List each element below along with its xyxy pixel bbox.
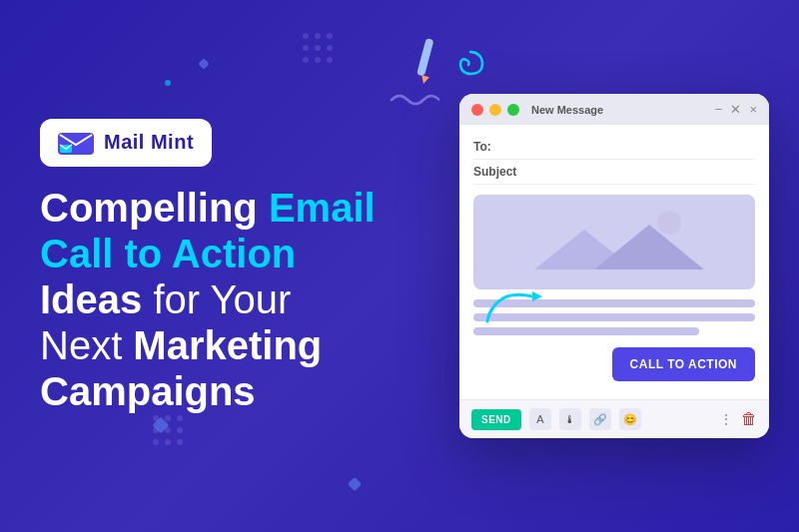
brand-name: Mail Mint (104, 131, 194, 154)
more-options-icon[interactable]: ⋮ (719, 411, 733, 427)
svg-point-11 (177, 415, 183, 421)
svg-point-12 (153, 427, 159, 433)
delete-icon[interactable]: 🗑 (741, 410, 757, 428)
svg-point-10 (165, 415, 171, 421)
minimize-icon[interactable]: − (715, 102, 723, 117)
svg-point-9 (153, 415, 159, 421)
window-title: New Message (531, 104, 603, 116)
svg-point-26 (657, 211, 681, 235)
svg-point-2 (327, 33, 333, 39)
svg-point-13 (165, 427, 171, 433)
email-body: To: Subject (459, 125, 769, 399)
deco-spiral-icon (454, 48, 486, 84)
dot-grid-bottom-icon (150, 412, 210, 472)
left-content: Mail Mint Compelling Email Call to Actio… (40, 119, 459, 414)
window-controls: − ✕ × (715, 102, 757, 117)
headline-text-email: Email (269, 186, 376, 230)
email-cta-row: CALL TO ACTION (473, 347, 755, 381)
traffic-light-yellow (489, 104, 501, 116)
headline-text-next: Next (40, 323, 133, 367)
close-icon[interactable]: × (749, 102, 757, 117)
headline-text-for-your: for Your (142, 277, 291, 321)
deco-dot (165, 80, 171, 86)
svg-point-5 (327, 45, 333, 51)
svg-point-6 (303, 57, 309, 63)
headline-text-campaigns: Campaigns (40, 369, 256, 413)
headline-line-1: Compelling Email (40, 185, 459, 231)
svg-marker-19 (419, 75, 429, 85)
window-titlebar: New Message − ✕ × (459, 94, 769, 125)
to-field: To: (473, 135, 755, 160)
logo-badge: Mail Mint (40, 119, 212, 167)
main-container: Mail Mint Compelling Email Call to Actio… (0, 0, 799, 532)
svg-point-8 (327, 57, 333, 63)
email-toolbar: SEND A 🌡 🔗 😊 ⋮ 🗑 (459, 399, 769, 438)
deco-pencil-icon (409, 38, 437, 94)
mail-mint-logo-icon (58, 129, 94, 157)
maximize-icon[interactable]: ✕ (730, 102, 741, 117)
headline-text-cta: Call to Action (40, 232, 296, 275)
svg-point-16 (165, 439, 171, 445)
headline-text-compelling: Compelling (40, 186, 269, 230)
svg-point-14 (177, 427, 183, 433)
traffic-light-green (507, 104, 519, 116)
headline-text-marketing: Marketing (133, 323, 322, 367)
svg-point-0 (303, 33, 309, 39)
headline-line-3: Ideas for Your (40, 276, 459, 322)
right-content: New Message − ✕ × To: Subject (459, 94, 769, 438)
link-icon[interactable]: 🔗 (589, 408, 611, 430)
headline-text-ideas: Ideas (40, 277, 142, 321)
headline: Compelling Email Call to Action Ideas fo… (40, 185, 459, 414)
cta-button[interactable]: CALL TO ACTION (612, 347, 755, 381)
deco-square (198, 58, 209, 69)
emoji-icon[interactable]: 😊 (619, 408, 641, 430)
temperature-icon[interactable]: 🌡 (559, 408, 581, 430)
svg-rect-18 (416, 38, 434, 77)
svg-point-7 (315, 57, 321, 63)
headline-line-2: Call to Action (40, 231, 459, 276)
font-icon[interactable]: A (529, 408, 551, 430)
svg-point-4 (315, 45, 321, 51)
subject-field: Subject (473, 160, 755, 185)
deco-square (348, 477, 362, 491)
svg-point-1 (315, 33, 321, 39)
traffic-light-red (471, 104, 483, 116)
dot-grid-icon (300, 30, 360, 90)
deco-square (153, 417, 170, 434)
curved-arrow-icon (477, 266, 547, 330)
svg-marker-22 (532, 291, 542, 301)
deco-wave-icon (390, 90, 439, 114)
send-button[interactable]: SEND (471, 409, 521, 430)
svg-point-3 (303, 45, 309, 51)
to-label: To: (473, 140, 518, 154)
subject-label: Subject (473, 165, 518, 179)
svg-point-15 (153, 439, 159, 445)
headline-line-4: Next Marketing (40, 322, 459, 368)
headline-line-5: Campaigns (40, 368, 459, 414)
svg-point-17 (177, 439, 183, 445)
